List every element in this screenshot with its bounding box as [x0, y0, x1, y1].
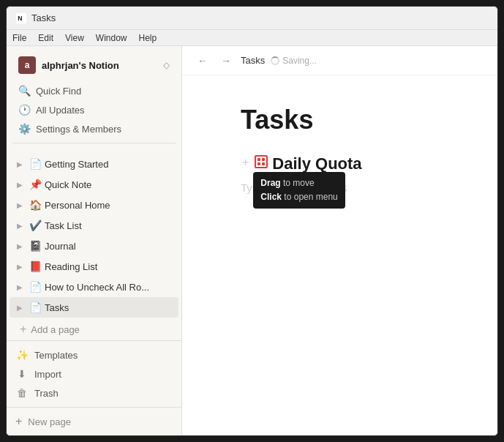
- sidebar-item-tasks[interactable]: ▶ 📄 Tasks: [10, 297, 178, 318]
- block-row: + Drag to move Click to: [241, 153, 439, 176]
- app-window: N Tasks File Edit View Window Help a alp…: [6, 6, 498, 436]
- clock-icon: 🕐: [18, 104, 30, 116]
- trash-icon: 🗑: [15, 387, 29, 399]
- block-drag-handle[interactable]: [253, 153, 269, 171]
- sidebar-item-task-list[interactable]: ▶ ✔️ Task List: [10, 215, 178, 236]
- quick-find-label: Quick Find: [36, 86, 81, 97]
- sidebar-item-quick-note[interactable]: ▶ 📌 Quick Note: [10, 174, 178, 195]
- checkmark-icon: ✔️: [29, 219, 42, 232]
- trash-label: Trash: [34, 388, 59, 399]
- saving-spinner-icon: [271, 56, 279, 65]
- main-content: ← → Tasks Saving... Tasks +: [182, 46, 497, 435]
- menu-edit[interactable]: Edit: [38, 33, 53, 43]
- nav-label-how-to: How to Uncheck All Ro...: [45, 282, 174, 293]
- page-area: Tasks + Drag to mo: [182, 75, 497, 435]
- page-title: Tasks: [241, 105, 439, 135]
- sidebar-all-updates[interactable]: 🕐 All Updates: [12, 100, 176, 119]
- nav-label-quick-note: Quick Note: [45, 179, 174, 190]
- nav-label-personal-home: Personal Home: [45, 200, 174, 211]
- expand-arrow-icon: ▶: [14, 179, 26, 190]
- menu-view[interactable]: View: [65, 33, 84, 43]
- templates-label: Templates: [34, 350, 78, 361]
- sidebar-import[interactable]: ⬇ Import: [10, 364, 178, 383]
- tooltip-click-label: Click: [260, 192, 282, 202]
- templates-icon: ✨: [15, 349, 29, 361]
- sidebar-quick-find[interactable]: 🔍 Quick Find: [12, 81, 176, 100]
- back-button[interactable]: ←: [194, 52, 211, 70]
- new-page-label: New page: [28, 416, 71, 427]
- search-icon: 🔍: [18, 85, 30, 97]
- all-updates-label: All Updates: [36, 105, 84, 116]
- breadcrumb: Tasks: [241, 55, 265, 66]
- nav-label-task-list: Task List: [45, 220, 174, 231]
- svg-text:N: N: [18, 15, 22, 22]
- page-icon: 📄: [29, 157, 42, 171]
- import-label: Import: [34, 369, 61, 380]
- sidebar-settings[interactable]: ⚙️ Settings & Members: [12, 119, 176, 138]
- sidebar-item-personal-home[interactable]: ▶ 🏠 Personal Home: [10, 195, 178, 215]
- sidebar-bottom: ✨ Templates ⬇ Import 🗑 Trash: [7, 340, 181, 407]
- nav-label-journal: Journal: [45, 241, 174, 252]
- nav-label-reading-list: Reading List: [45, 261, 174, 272]
- saving-text: Saving...: [282, 56, 317, 66]
- menu-file[interactable]: File: [12, 33, 26, 43]
- expand-arrow-icon: ▶: [14, 261, 26, 272]
- workspace-name: alphrjan's Notion: [42, 60, 163, 71]
- topbar: ← → Tasks Saving...: [182, 46, 497, 75]
- expand-arrow-icon: ▶: [14, 199, 26, 211]
- saving-status: Saving...: [271, 56, 317, 66]
- tooltip-click-action: to open menu: [282, 192, 338, 202]
- sidebar-item-journal[interactable]: ▶ 📓 Journal: [10, 236, 178, 256]
- window-title: Tasks: [31, 12, 56, 23]
- sidebar-item-getting-started[interactable]: ▶ 📄 Getting Started: [10, 154, 178, 174]
- add-page-row[interactable]: + Add a page: [12, 319, 176, 340]
- menu-bar: File Edit View Window Help: [7, 30, 497, 46]
- journal-icon: 📓: [29, 239, 42, 252]
- title-bar: N Tasks: [7, 7, 497, 30]
- menu-help[interactable]: Help: [139, 33, 157, 43]
- new-page-plus-icon: +: [15, 415, 22, 428]
- workspace-header[interactable]: a alphrjan's Notion ◇: [12, 52, 176, 78]
- menu-window[interactable]: Window: [96, 33, 127, 43]
- page-icon: 📄: [29, 280, 42, 293]
- settings-label: Settings & Members: [36, 124, 121, 135]
- forward-button[interactable]: →: [217, 52, 235, 70]
- workspace-avatar: a: [18, 56, 36, 74]
- add-page-label: Add a page: [31, 324, 80, 335]
- expand-arrow-icon: ▶: [14, 220, 26, 231]
- drag-handle-icon: [255, 155, 268, 168]
- import-icon: ⬇: [15, 368, 29, 380]
- sidebar-top: a alphrjan's Notion ◇ 🔍 Quick Find 🕐 All…: [7, 46, 181, 151]
- sidebar: a alphrjan's Notion ◇ 🔍 Quick Find 🕐 All…: [7, 46, 182, 435]
- notion-logo-icon: N: [15, 12, 27, 24]
- block-tooltip: Drag to move Click to open menu: [253, 172, 345, 209]
- gear-icon: ⚙️: [18, 123, 30, 135]
- sidebar-item-how-to[interactable]: ▶ 📄 How to Uncheck All Ro...: [10, 277, 178, 297]
- sidebar-item-reading-list[interactable]: ▶ 📕 Reading List: [10, 256, 178, 277]
- expand-arrow-icon: ▶: [14, 158, 26, 170]
- expand-arrow-icon: ▶: [14, 301, 26, 313]
- sidebar-divider: [12, 143, 176, 143]
- tasks-page-icon: 📄: [29, 301, 42, 314]
- add-page-plus-icon: +: [20, 323, 26, 336]
- home-icon: 🏠: [29, 198, 42, 211]
- block-handle-wrap: Drag to move Click to open menu: [253, 153, 269, 171]
- expand-arrow-icon: ▶: [14, 240, 26, 252]
- pin-icon: 📌: [29, 178, 42, 191]
- workspace-chevron-icon: ◇: [163, 60, 170, 70]
- app-body: a alphrjan's Notion ◇ 🔍 Quick Find 🕐 All…: [7, 46, 497, 435]
- nav-label-tasks: Tasks: [45, 302, 174, 313]
- new-page-bar[interactable]: + New page: [7, 407, 181, 435]
- sidebar-trash[interactable]: 🗑 Trash: [10, 383, 178, 402]
- tooltip-drag-action: to move: [281, 178, 315, 188]
- block-add-button[interactable]: +: [241, 153, 250, 172]
- sidebar-nav: ▶ 📄 Getting Started ▶ 📌 Quick Note ▶ 🏠 P…: [7, 151, 181, 340]
- tooltip-drag-label: Drag: [260, 178, 280, 188]
- book-icon: 📕: [29, 260, 42, 273]
- expand-arrow-icon: ▶: [14, 281, 26, 293]
- sidebar-templates[interactable]: ✨ Templates: [10, 345, 178, 364]
- nav-label-getting-started: Getting Started: [45, 159, 174, 170]
- block-heading-text: Daily Quota: [272, 154, 361, 173]
